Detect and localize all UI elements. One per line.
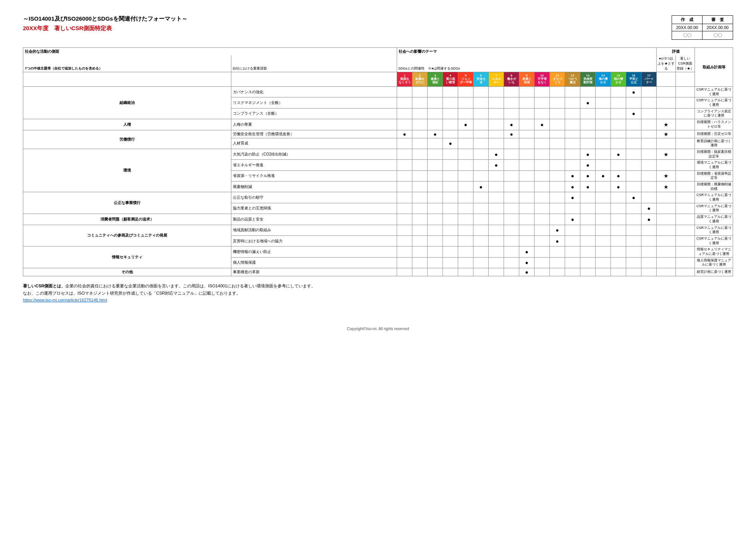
sdg-dot-15 (611, 108, 626, 119)
sdg-dot-8 (504, 192, 519, 203)
sdg-dot-15 (611, 192, 626, 203)
sdg-dot-5 (458, 225, 473, 235)
sdg-dot-3 (428, 203, 443, 214)
issue-cell: 公正な取引の順守 (231, 192, 397, 203)
sdg-dot-1: ● (397, 130, 412, 138)
sdg-dot-15: ● (611, 149, 626, 159)
star-eval-cell (657, 108, 676, 119)
sdg-dot-16 (626, 203, 641, 214)
sdg-dot-15 (611, 87, 626, 97)
impact-header: 社会への影響のテーマ (397, 48, 657, 56)
sdg-dot-10 (535, 268, 550, 276)
sdg-dot-13: ● (580, 160, 596, 170)
notes-cell: 個人情報保護マニュアルに基づく運用 (695, 257, 733, 268)
sdg-dot-6 (473, 149, 489, 159)
sdg-dot-9 (519, 149, 535, 159)
sdg-dot-11: ● (550, 235, 565, 246)
sdg-dot-14 (596, 225, 611, 235)
name-left: 〇〇 (672, 31, 703, 40)
footer-link[interactable]: https://www.iso-mi.com/article/16276146.… (23, 298, 107, 302)
sdg-dot-13 (580, 235, 596, 246)
sdg-dot-14: ● (596, 170, 611, 181)
sdg-dot-6 (473, 170, 489, 181)
sdg-dot-1 (397, 268, 412, 276)
sdg-dot-12 (565, 108, 580, 119)
sdg-dot-17 (641, 225, 657, 235)
sdg-dot-5 (458, 235, 473, 246)
sdg-dot-2 (412, 119, 428, 130)
sdg-dot-8 (504, 225, 519, 235)
issue-cell: 協力業者との互恵関係 (231, 203, 397, 214)
sdg-dot-15 (611, 257, 626, 268)
empty-cat (23, 72, 231, 87)
csr-register-cell (676, 87, 695, 97)
notes-cell: 目標展開：脱炭素目標設定等 (695, 149, 733, 159)
sdg-dot-7 (489, 235, 504, 246)
header-row-sdg: 1貧困をなくそう 2飢餓をゼロに 3健康と福祉 4質の高い教育 5ジェンダー平等… (23, 72, 733, 87)
sdg-dot-17 (641, 192, 657, 203)
csr-register-cell (676, 182, 695, 192)
sdg-dot-17 (641, 246, 657, 257)
sdg-dot-1 (397, 235, 412, 246)
sdg-dot-5 (458, 87, 473, 97)
header-left: ～ISO14001及びISO26000とSDGsを関連付けたフォーマット～ 20… (23, 15, 187, 32)
sdg-dot-5 (458, 138, 473, 149)
sdg-dot-17 (641, 138, 657, 149)
action-header: 取組み計画等 (695, 48, 733, 87)
sdg-dot-14 (596, 97, 611, 108)
star-eval-cell (657, 214, 676, 225)
sdg-dot-12: ● (565, 192, 580, 203)
sdg-dot-13 (580, 214, 596, 225)
sdg-dot-17 (641, 268, 657, 276)
sdg-dot-11 (550, 130, 565, 138)
sdg-dot-6 (473, 246, 489, 257)
sdg-dot-14 (596, 235, 611, 246)
notes-cell: CSRマニュアルに基づく運用 (695, 235, 733, 246)
sdg-dot-15 (611, 235, 626, 246)
sdg-dot-13 (580, 268, 596, 276)
table-row: 情報セキュリティ機密情報の漏えい防止●情報セキュリティマニュアルに基づく運用 (23, 246, 733, 257)
category-cell: コミュニティへの参画及びコミュニティの発展 (23, 225, 231, 246)
sdg-dot-14 (596, 87, 611, 97)
sdg-dot-17 (641, 108, 657, 119)
eval-star-header: ●が3つ以上を★とする (657, 55, 676, 72)
sdg-dot-9: ● (519, 246, 535, 257)
sdg-dot-7 (489, 97, 504, 108)
sdg-dot-2 (412, 235, 428, 246)
sdg-dot-13 (580, 257, 596, 268)
table-row: 人権人権の尊重●●●★目標展開：ハラスメントゼロ等 (23, 119, 733, 130)
sdg-dot-7 (489, 108, 504, 119)
csr-register-cell (676, 119, 695, 130)
sdg-dot-17 (641, 170, 657, 181)
sdg-7-cell: 7エネルギー (489, 72, 504, 87)
sdg-15-cell: 15陸の豊かさ (611, 72, 626, 87)
sdg-dot-1 (397, 214, 412, 225)
social-header: 社会的な活動の側面 (23, 48, 397, 56)
sdg-dot-3 (428, 225, 443, 235)
sdg-17-cell: 17パートナー (641, 72, 657, 87)
eval-star-empty (657, 72, 676, 87)
sdg-dot-10 (535, 149, 550, 159)
csr-register-cell (676, 192, 695, 203)
sdg-dot-5 (458, 268, 473, 276)
footer-link-wrapper: https://www.iso-mi.com/article/16276146.… (23, 297, 733, 304)
sdg-dot-11 (550, 97, 565, 108)
table-row: 組織統治ガバナンスの強化●CSRマニュアルに基づく運用 (23, 87, 733, 97)
sdg-dot-9 (519, 160, 535, 170)
sdg-dot-7 (489, 192, 504, 203)
issue-cell: 機密情報の漏えい防止 (231, 246, 397, 257)
sdg-dot-7 (489, 119, 504, 130)
sdg-dot-2 (412, 257, 428, 268)
sdg-dot-10 (535, 214, 550, 225)
notes-cell: コンプライアンス規定に基づく運用 (695, 108, 733, 119)
sdg-dot-15 (611, 214, 626, 225)
sdg-dot-13 (580, 87, 596, 97)
notes-cell: 目標展開：労災ゼロ等 (695, 130, 733, 138)
sdg-dot-11 (550, 138, 565, 149)
sdg-dot-16 (626, 235, 641, 246)
sdg-dot-13: ● (580, 97, 596, 108)
sdg-dot-17 (641, 149, 657, 159)
sdg-dot-12 (565, 160, 580, 170)
sdg-dot-8 (504, 246, 519, 257)
sdg-dot-2 (412, 149, 428, 159)
